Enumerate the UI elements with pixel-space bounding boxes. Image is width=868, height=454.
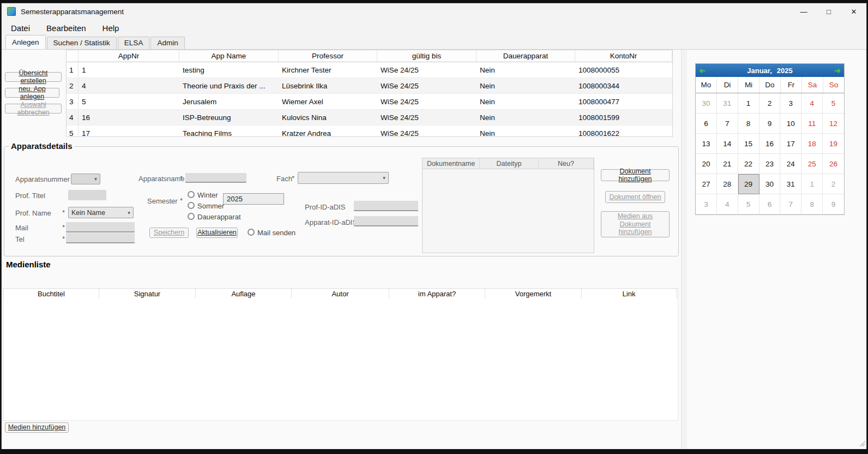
calendar-day[interactable]: 5 <box>823 93 844 113</box>
menu-datei[interactable]: Datei <box>3 21 38 35</box>
resize-grip-icon[interactable] <box>859 441 865 446</box>
speichern-button[interactable]: Speichern <box>149 228 189 238</box>
calendar-day[interactable]: 6 <box>696 113 717 134</box>
media-column-header-5[interactable]: Vorgemerkt <box>485 289 582 298</box>
calendar-day[interactable]: 31 <box>780 174 801 194</box>
calendar-day[interactable]: 8 <box>801 194 823 214</box>
calendar-day[interactable]: 25 <box>801 154 823 174</box>
media-column-header-3[interactable]: Autor <box>292 289 389 298</box>
app-table-row[interactable]: 24Theorie und Praxis der ...Lüsebrink Il… <box>67 78 672 94</box>
tab-anlegen[interactable]: Anlegen <box>5 35 46 49</box>
neu-app-anlegen-button[interactable]: neu. App anlegen <box>5 88 59 98</box>
auswahl-abbrechen-button[interactable]: Auswahl abbrechen <box>5 104 62 113</box>
column-header-5[interactable]: KontoNr <box>575 50 672 62</box>
calendar-day[interactable]: 23 <box>760 154 781 174</box>
calendar-day[interactable]: 3 <box>780 93 801 113</box>
prof-name-combobox[interactable]: Kein Name ▾ <box>68 207 134 218</box>
winter-radio[interactable] <box>188 191 195 198</box>
media-column-header-2[interactable]: Auflage <box>196 289 292 298</box>
calendar-day[interactable]: 30 <box>696 93 717 113</box>
dokument-hinzufuegen-button[interactable]: Dokument hinzufügen <box>601 169 670 181</box>
column-header-1[interactable]: App Name <box>179 50 279 62</box>
menu-bearbeiten[interactable]: Bearbeiten <box>38 21 94 35</box>
column-header-4[interactable]: Dauerapparat <box>477 50 575 62</box>
fach-combobox[interactable]: ▾ <box>298 172 389 184</box>
calendar-day[interactable]: 17 <box>780 134 801 154</box>
calendar-day[interactable]: 11 <box>801 113 823 134</box>
calendar-day[interactable]: 6 <box>760 194 781 214</box>
media-column-header-1[interactable]: Signatur <box>99 289 196 298</box>
calendar-day[interactable]: 19 <box>823 134 844 154</box>
calendar-day[interactable]: 8 <box>738 113 760 134</box>
calendar-day[interactable]: 31 <box>717 93 738 113</box>
calendar-day[interactable]: 5 <box>738 194 760 214</box>
column-header-3[interactable]: gültig bis <box>377 50 477 62</box>
calendar-day[interactable]: 18 <box>801 134 823 154</box>
tab-admin[interactable]: Admin <box>150 37 184 49</box>
semester-year-input[interactable]: 2025 <box>223 193 284 205</box>
calendar-day[interactable]: 7 <box>780 194 801 214</box>
tab-suchen-statistik[interactable]: Suchen / Statistik <box>47 37 117 49</box>
calendar-day[interactable]: 4 <box>801 93 823 113</box>
calendar-day[interactable]: 10 <box>780 113 801 134</box>
calendar-prev-icon[interactable]: ➜ <box>696 66 709 75</box>
calendar-day[interactable]: 7 <box>717 113 738 134</box>
media-column-header-6[interactable]: Link <box>582 289 677 298</box>
aktualisieren-button[interactable]: Aktualisieren <box>196 228 238 238</box>
sommer-radio[interactable] <box>188 202 195 209</box>
dokument-oeffnen-button[interactable]: Dokument öffnen <box>605 191 665 203</box>
apparatsnummer-combobox[interactable]: ▾ <box>71 174 100 184</box>
app-table-row[interactable]: 517Teaching FilmsKratzer AndreaWiSe 24/2… <box>67 126 672 137</box>
calendar-day[interactable]: 28 <box>717 174 738 194</box>
calendar-day[interactable]: 24 <box>780 154 801 174</box>
app-table-row[interactable]: 35JerusalemWiemer AxelWiSe 24/25Nein1008… <box>67 94 672 110</box>
calendar-day[interactable]: 2 <box>823 174 844 194</box>
calendar-day[interactable]: 21 <box>717 154 738 174</box>
calendar-day[interactable]: 4 <box>717 194 738 214</box>
column-header-0[interactable]: AppNr <box>79 50 179 62</box>
uebersicht-erstellen-button[interactable]: Übersicht erstellen <box>5 72 62 82</box>
apparat-id-adis-field[interactable] <box>354 216 418 226</box>
column-header-2[interactable]: Professor <box>279 50 377 62</box>
calendar-day[interactable]: 3 <box>696 194 717 214</box>
tab-elsa[interactable]: ELSA <box>118 37 150 49</box>
doc-column-header-1[interactable]: Dateityp <box>480 158 539 169</box>
apparatsname-field[interactable] <box>185 173 246 183</box>
app-table-row[interactable]: 11testingKirchner TesterWiSe 24/25Nein10… <box>67 62 672 78</box>
calendar-day[interactable]: 30 <box>760 174 781 194</box>
menu-help[interactable]: Help <box>94 21 128 35</box>
calendar-day[interactable]: 27 <box>696 174 717 194</box>
dauerapparat-radio[interactable] <box>188 213 195 220</box>
calendar-day[interactable]: 1 <box>801 174 823 194</box>
close-button[interactable]: ✕ <box>841 3 866 20</box>
calendar-next-icon[interactable]: ➜ <box>831 66 844 75</box>
calendar-day[interactable]: 9 <box>760 113 781 134</box>
calendar-day[interactable]: 12 <box>823 113 844 134</box>
calendar-day[interactable]: 14 <box>717 134 738 154</box>
calendar-day[interactable]: 15 <box>738 134 760 154</box>
media-column-header-4[interactable]: im Apparat? <box>389 289 485 298</box>
app-table-row[interactable]: 416ISP-BetreuungKulovics NinaWiSe 24/25N… <box>67 110 672 126</box>
calendar-day[interactable]: 22 <box>738 154 760 174</box>
calendar-day[interactable]: 29 <box>738 174 760 194</box>
calendar-day[interactable]: 1 <box>738 93 760 113</box>
calendar-day[interactable]: 26 <box>823 154 844 174</box>
calendar-day[interactable]: 20 <box>696 154 717 174</box>
medien-aus-dokument-button[interactable]: Medien aus Dokument hinzufügen <box>601 211 670 237</box>
prof-titel-field[interactable] <box>68 190 106 200</box>
maximize-button[interactable]: □ <box>816 3 841 20</box>
calendar-day[interactable]: 13 <box>696 134 717 154</box>
media-column-header-0[interactable]: Buchtitel <box>4 289 99 298</box>
calendar-day[interactable]: 2 <box>760 93 781 113</box>
minimize-button[interactable]: — <box>791 3 816 20</box>
medien-hinzufuegen-button[interactable]: Medien hinzufügen <box>5 422 69 433</box>
vertical-scrollbar[interactable] <box>681 50 687 449</box>
doc-column-header-0[interactable]: Dokumentname <box>423 158 480 169</box>
calendar-day[interactable]: 9 <box>823 194 844 214</box>
doc-column-header-2[interactable]: Neu? <box>539 158 594 169</box>
mail-field[interactable] <box>66 222 135 232</box>
calendar-day[interactable]: 16 <box>760 134 781 154</box>
tel-field[interactable] <box>66 233 135 243</box>
prof-id-adis-field[interactable] <box>354 201 418 211</box>
mail-senden-checkbox[interactable] <box>248 229 255 236</box>
